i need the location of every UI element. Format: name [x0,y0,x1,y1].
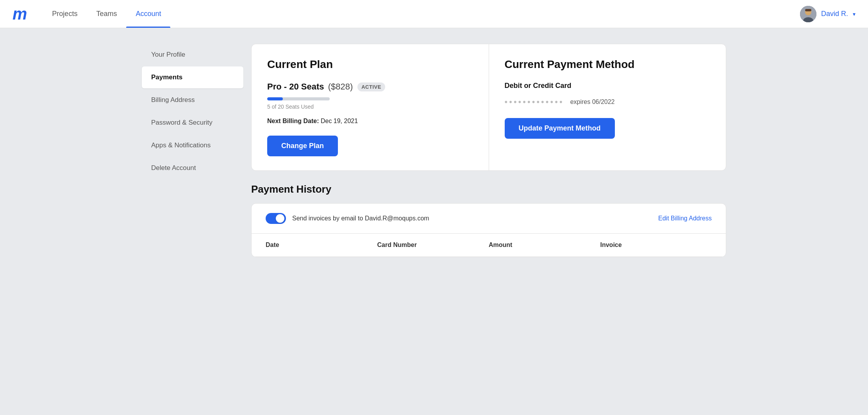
svg-rect-4 [805,9,811,11]
main-layout: Your Profile Payments Billing Address Pa… [129,28,739,273]
progress-bar-fill [267,97,283,100]
chevron-down-icon: ▾ [853,11,855,17]
sidebar-item-apps-notifications[interactable]: Apps & Notifications [142,134,243,156]
table-header-card-number: Card Number [377,241,489,249]
plan-name-text: Pro - 20 Seats ($828) [267,82,353,92]
invoice-toggle-row: Send invoices by email to David.R@moqups… [252,204,726,234]
table-header-invoice: Invoice [600,241,712,249]
edit-billing-address-link[interactable]: Edit Billing Address [658,215,712,222]
plan-card-title: Current Plan [267,58,473,71]
app-logo[interactable]: m [13,6,27,22]
payment-card-title: Current Payment Method [505,58,711,71]
nav-links: Projects Teams Account [43,0,170,28]
sidebar-item-password-security[interactable]: Password & Security [142,112,243,134]
plan-name: Pro - 20 Seats ($828) ACTIVE [267,82,473,92]
plan-price: ($828) [328,82,353,91]
sidebar: Your Profile Payments Billing Address Pa… [142,44,251,257]
payment-history-title: Payment History [251,183,726,195]
payment-method-card: Current Payment Method Debit or Credit C… [489,44,726,170]
seats-progress-bar [267,97,330,100]
active-badge: ACTIVE [357,82,385,91]
change-plan-button[interactable]: Change Plan [267,136,338,156]
seats-used-label: 5 of 20 Seats Used [267,104,473,110]
billing-date-text: Dec 19, 2021 [321,118,358,124]
sidebar-item-delete-account[interactable]: Delete Account [142,157,243,179]
invoice-card: Send invoices by email to David.R@moqups… [251,203,726,257]
avatar [800,6,816,22]
payment-method-label: Debit or Credit Card [505,82,711,90]
payment-history-section: Payment History Send invoices by email t… [251,183,726,257]
invoice-toggle[interactable] [266,213,286,224]
card-expires: expires 06/2022 [570,98,615,106]
sidebar-item-billing-address[interactable]: Billing Address [142,89,243,111]
main-content: Current Plan Pro - 20 Seats ($828) ACTIV… [251,44,726,257]
toggle-label: Send invoices by email to David.R@moqups… [292,215,429,222]
card-dots: ••••••••••••• [505,97,564,107]
table-header-amount: Amount [489,241,600,249]
table-header-row: Date Card Number Amount Invoice [252,234,726,257]
toggle-left: Send invoices by email to David.R@moqups… [266,213,429,224]
avatar-image [800,6,816,22]
update-payment-method-button[interactable]: Update Payment Method [505,118,615,139]
nav-item-account[interactable]: Account [126,0,170,28]
nav-item-projects[interactable]: Projects [43,0,87,28]
user-menu[interactable]: David R. ▾ [800,6,855,22]
sidebar-item-payments[interactable]: Payments [142,66,243,88]
plan-card: Current Plan Pro - 20 Seats ($828) ACTIV… [252,44,489,170]
table-header-date: Date [266,241,377,249]
nav-item-teams[interactable]: Teams [87,0,126,28]
sidebar-item-your-profile[interactable]: Your Profile [142,44,243,66]
top-cards: Current Plan Pro - 20 Seats ($828) ACTIV… [251,44,726,171]
billing-date: Next Billing Date: Dec 19, 2021 [267,118,473,125]
username-label: David R. [821,10,848,18]
card-number-row: ••••••••••••• expires 06/2022 [505,97,711,107]
toggle-knob [276,214,284,223]
top-nav: m Projects Teams Account David R. ▾ [0,0,868,28]
